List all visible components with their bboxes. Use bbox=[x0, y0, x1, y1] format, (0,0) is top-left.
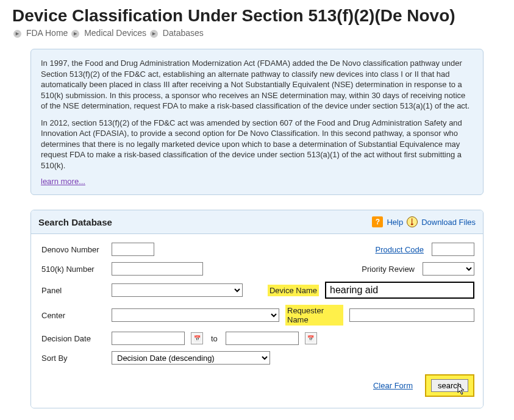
device-name-label: Device Name bbox=[268, 285, 319, 296]
denovo-number-label: Denovo Number bbox=[40, 244, 105, 255]
chevron-right-icon: ► bbox=[13, 30, 21, 38]
product-code-label[interactable]: Product Code bbox=[374, 244, 426, 255]
panel-label: Panel bbox=[40, 285, 105, 296]
search-button-label: search bbox=[438, 381, 462, 390]
info-panel: In 1997, the Food and Drug Administratio… bbox=[30, 49, 484, 195]
decision-date-from-input[interactable] bbox=[112, 332, 185, 345]
date-to-label: to bbox=[209, 333, 220, 344]
requester-name-label: Requester Name bbox=[285, 305, 343, 326]
device-name-input[interactable] bbox=[325, 282, 474, 299]
requester-name-input[interactable] bbox=[349, 308, 474, 322]
sort-by-select[interactable]: Decision Date (descending) bbox=[112, 351, 270, 365]
chevron-right-icon: ► bbox=[71, 30, 79, 38]
product-code-input[interactable] bbox=[432, 243, 474, 256]
breadcrumb-link[interactable]: FDA Home bbox=[26, 28, 68, 38]
breadcrumb-link[interactable]: Medical Devices bbox=[84, 28, 146, 38]
center-label: Center bbox=[40, 310, 105, 321]
breadcrumb-link[interactable]: Databases bbox=[163, 28, 204, 38]
calendar-icon[interactable]: 📅 bbox=[191, 332, 203, 344]
help-icon: ? bbox=[372, 216, 383, 227]
search-button-highlight: search bbox=[425, 374, 474, 397]
download-files-link[interactable]: Download Files bbox=[421, 218, 476, 227]
sort-by-label: Sort By bbox=[40, 352, 105, 364]
priority-review-select[interactable] bbox=[423, 262, 474, 276]
chevron-right-icon: ► bbox=[150, 30, 158, 38]
center-select[interactable] bbox=[112, 308, 279, 322]
clear-form-link[interactable]: Clear Form bbox=[373, 381, 413, 390]
help-link[interactable]: Help bbox=[387, 218, 403, 227]
panel-select[interactable] bbox=[112, 283, 243, 297]
learn-more-link[interactable]: learn more... bbox=[41, 177, 85, 186]
info-paragraph: In 2012, section 513(f)(2) of the FD&C a… bbox=[41, 118, 473, 171]
download-icon: ⭣ bbox=[407, 216, 418, 227]
search-header-title: Search Database bbox=[38, 217, 112, 227]
search-button[interactable]: search bbox=[431, 379, 468, 392]
denovo-number-input[interactable] bbox=[112, 243, 154, 256]
calendar-icon[interactable]: 📅 bbox=[305, 332, 317, 344]
510k-number-label: 510(k) Number bbox=[40, 263, 105, 275]
page-title: Device Classification Under Section 513(… bbox=[12, 6, 502, 26]
decision-date-label: Decision Date bbox=[40, 333, 105, 344]
search-form: Denovo Number Product Code 510(k) Number… bbox=[31, 234, 483, 408]
decision-date-to-input[interactable] bbox=[226, 332, 299, 345]
search-panel: Search Database ? Help ⭣ Download Files … bbox=[30, 210, 484, 408]
510k-number-input[interactable] bbox=[112, 262, 203, 276]
priority-review-label: Priority Review bbox=[360, 263, 416, 275]
breadcrumb: ► FDA Home ► Medical Devices ► Databases bbox=[12, 28, 502, 38]
search-header: Search Database ? Help ⭣ Download Files bbox=[31, 210, 483, 234]
info-paragraph: In 1997, the Food and Drug Administratio… bbox=[41, 58, 473, 112]
